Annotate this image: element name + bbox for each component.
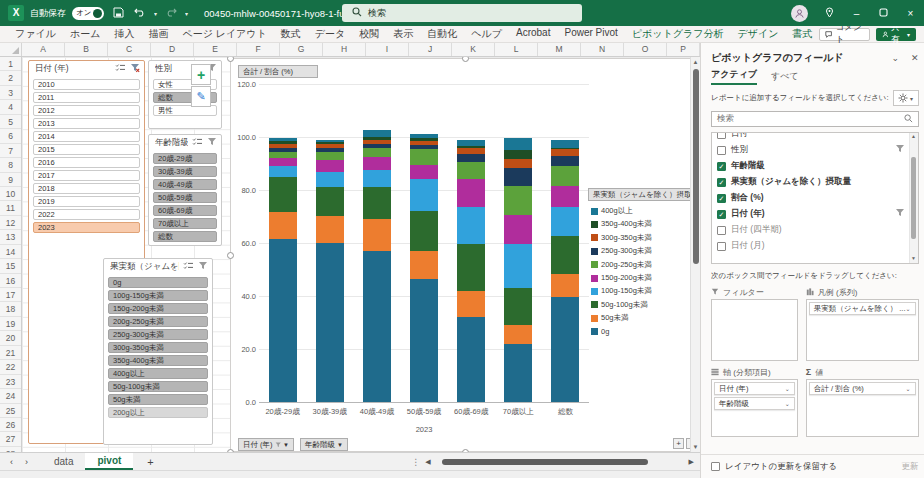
row-header-26[interactable]: 26 [0, 418, 21, 432]
field-list[interactable]: ▲ ▼ 日付性別✓年齢階級✓果実類（ジャムを除く）摂取量✓割合 (%)✓日付 (… [711, 132, 919, 264]
legend-dropzone[interactable]: 果実類（ジャムを除く） ...⌄ [806, 299, 919, 361]
column-header-I[interactable]: I [366, 43, 409, 56]
bar-segment[interactable] [316, 187, 344, 216]
scroll-down-icon[interactable]: ▼ [693, 442, 699, 452]
stacked-bar-50歳-59歳[interactable] [410, 134, 438, 402]
ribbon-tab-acrobat[interactable]: Acrobat [509, 27, 557, 41]
ribbon-tab-format[interactable]: 書式 [785, 27, 819, 41]
row-header-2[interactable]: 2 [0, 71, 21, 85]
row-header-28[interactable]: 28 [0, 447, 21, 452]
bar-segment[interactable] [504, 150, 532, 159]
ribbon-tab-formulas[interactable]: 数式 [274, 27, 308, 41]
values-dropzone[interactable]: 合計 / 割合 (%)⌄ [806, 379, 919, 437]
column-header-M[interactable]: M [538, 43, 581, 56]
chart-elements-button[interactable]: + [191, 64, 211, 85]
field-scroll-thumb[interactable] [911, 157, 916, 239]
ribbon-tab-data[interactable]: データ [308, 27, 352, 41]
row-header-23[interactable]: 23 [0, 375, 21, 389]
row-header-3[interactable]: 3 [0, 86, 21, 100]
bar-segment[interactable] [316, 152, 344, 160]
field-filter-icon[interactable] [895, 208, 905, 220]
chart-resize-handle[interactable] [462, 449, 469, 452]
field-filter-icon[interactable] [895, 144, 905, 156]
multi-select-icon[interactable] [192, 137, 203, 149]
row-header-9[interactable]: 9 [0, 173, 21, 187]
slicer-item[interactable]: 50g未満 [108, 394, 208, 405]
bar-segment[interactable] [410, 149, 438, 165]
stacked-bar-40歳-49歳[interactable] [363, 130, 391, 402]
stacked-bar-20歳-29歳[interactable] [269, 138, 297, 402]
bar-segment[interactable] [551, 236, 579, 273]
column-header-P[interactable]: P [667, 43, 700, 56]
slicer-item[interactable]: 40歳-49歳 [153, 179, 217, 190]
legend-field-button[interactable]: 果実類（ジャムを除く）摂取量▼ [588, 188, 698, 201]
bar-segment[interactable] [363, 170, 391, 187]
row-header-21[interactable]: 21 [0, 346, 21, 360]
row-header-18[interactable]: 18 [0, 302, 21, 316]
row-header-11[interactable]: 11 [0, 201, 21, 215]
slicer-item[interactable]: 2023 [33, 222, 140, 233]
slicer-item[interactable]: 0g [108, 277, 208, 288]
column-header-C[interactable]: C [108, 43, 151, 56]
close-button[interactable]: × [897, 8, 924, 19]
tab-active-fields[interactable]: アクティブ [711, 68, 757, 85]
sheet-prev-icon[interactable]: ‹ [10, 457, 13, 467]
slicer-item[interactable]: 2022 [33, 209, 140, 220]
bar-segment[interactable] [551, 140, 579, 148]
field-checkbox[interactable]: ✓ [717, 210, 726, 219]
chart-resize-handle[interactable] [462, 57, 469, 62]
undo-caret-icon[interactable]: ▾ [154, 10, 157, 17]
ribbon-tab-design[interactable]: デザイン [730, 27, 785, 41]
row-header-8[interactable]: 8 [0, 158, 21, 172]
add-sheet-button[interactable]: + [147, 456, 153, 468]
bar-segment[interactable] [457, 179, 485, 207]
area-field-item[interactable]: 年齢階級⌄ [714, 397, 795, 410]
slicer-item[interactable]: 20歳-29歳 [153, 153, 217, 164]
bar-segment[interactable] [269, 158, 297, 166]
pivot-chart[interactable]: 合計 / 割合 (%)0.020.040.060.080.0100.0120.0… [230, 58, 700, 452]
column-header-L[interactable]: L [495, 43, 538, 56]
area-field-item[interactable]: 果実類（ジャムを除く） ...⌄ [809, 302, 916, 315]
restore-button[interactable] [870, 8, 897, 19]
field-checkbox[interactable] [717, 132, 726, 139]
column-header-G[interactable]: G [280, 43, 323, 56]
sheet-tab-pivot[interactable]: pivot [85, 453, 133, 470]
bar-segment[interactable] [269, 239, 297, 402]
column-header-O[interactable]: O [624, 43, 667, 56]
bar-segment[interactable] [363, 157, 391, 170]
column-header-B[interactable]: B [65, 43, 108, 56]
slicer-fruit-intake[interactable]: 果実類（ジャムを除く...0g100g-150g未満150g-200g未満200… [103, 258, 213, 445]
bar-segment[interactable] [551, 297, 579, 402]
row-header-24[interactable]: 24 [0, 389, 21, 403]
row-header-7[interactable]: 7 [0, 144, 21, 158]
field-checkbox[interactable]: ✓ [717, 162, 726, 171]
field-item[interactable]: ✓年齢階級 [712, 158, 908, 174]
area-field-item[interactable]: 日付 (年)⌄ [714, 382, 795, 395]
ribbon-tab-insert[interactable]: 挿入 [107, 27, 141, 41]
bar-segment[interactable] [551, 186, 579, 207]
filters-dropzone[interactable] [711, 299, 798, 361]
stacked-bar-60歳-69歳[interactable] [457, 140, 485, 402]
bar-segment[interactable] [551, 166, 579, 186]
column-header-D[interactable]: D [151, 43, 194, 56]
row-header-16[interactable]: 16 [0, 274, 21, 288]
bar-segment[interactable] [316, 243, 344, 402]
field-item[interactable]: 日付 (月) [712, 238, 908, 254]
chart-axis-field-button[interactable]: 年齢階級▼ [300, 438, 348, 451]
slicer-age-group[interactable]: 年齢階級20歳-29歳30歳-39歳40歳-49歳50歳-59歳60歳-69歳7… [148, 134, 222, 246]
row-header-5[interactable]: 5 [0, 115, 21, 129]
axis-dropzone[interactable]: 日付 (年)⌄年齢階級⌄ [711, 379, 798, 437]
save-icon[interactable] [110, 7, 126, 20]
row-header-4[interactable]: 4 [0, 100, 21, 114]
field-item[interactable]: 性別 [712, 142, 908, 158]
row-header-20[interactable]: 20 [0, 331, 21, 345]
minimize-button[interactable]: – [843, 8, 870, 19]
slicer-item[interactable]: 60歳-69歳 [153, 205, 217, 216]
clear-filter-icon[interactable] [130, 63, 140, 75]
bar-segment[interactable] [269, 166, 297, 177]
multi-select-icon[interactable] [115, 63, 126, 75]
stacked-bar-30歳-39歳[interactable] [316, 140, 344, 402]
slicer-item[interactable]: 300g-350g未満 [108, 342, 208, 353]
row-header-25[interactable]: 25 [0, 404, 21, 418]
field-item[interactable]: 日付 [712, 132, 908, 142]
